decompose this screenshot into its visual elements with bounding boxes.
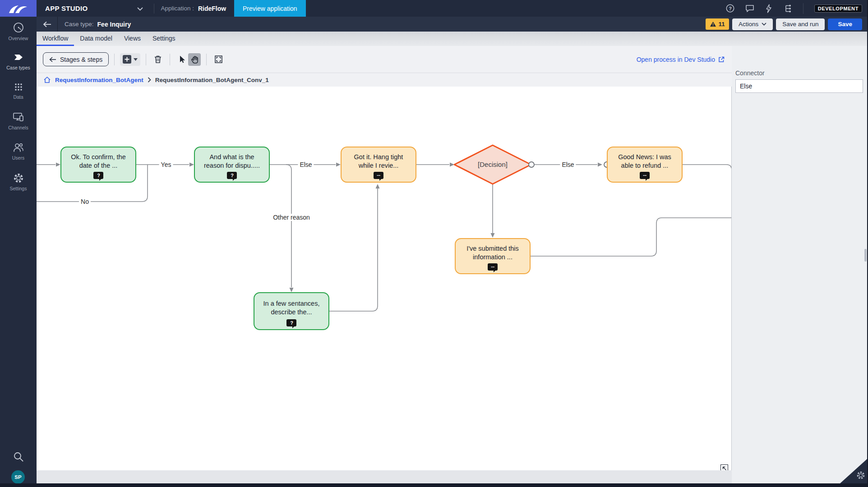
application-label: Application : xyxy=(161,5,194,12)
tab-workflow[interactable]: Workflow xyxy=(37,32,74,46)
question-badge-icon: ? xyxy=(227,172,237,179)
sidebar-item-settings[interactable]: Settings xyxy=(0,173,37,191)
hierarchy-icon[interactable] xyxy=(783,4,792,13)
sidebar-item-label: Overview xyxy=(9,36,28,41)
window-bottom-border xyxy=(0,483,868,487)
hand-icon xyxy=(190,55,199,64)
collapse-corner-button[interactable] xyxy=(720,464,728,470)
chevron-down-icon xyxy=(762,23,766,26)
decision-node-label[interactable]: [Decision] xyxy=(461,161,524,168)
sidebar-item-case-types[interactable]: Case types xyxy=(0,52,37,70)
edge-label-else[interactable]: Else xyxy=(298,161,314,168)
question-node-confirm-date[interactable]: Ok. To confirm, the date of the ... ? xyxy=(60,147,136,183)
warning-count: 11 xyxy=(719,21,725,28)
divider xyxy=(154,4,154,14)
plus-icon xyxy=(123,55,131,64)
sidebar-item-label: Data xyxy=(13,94,23,100)
divider xyxy=(206,54,207,65)
help-icon[interactable]: ? xyxy=(726,4,734,13)
sidebar-item-label: Channels xyxy=(8,125,28,130)
users-icon xyxy=(13,142,24,153)
message-badge-icon: ··· xyxy=(640,172,650,179)
cursor-icon xyxy=(178,55,186,64)
data-grid-icon xyxy=(14,82,23,92)
pan-tool-button[interactable] xyxy=(188,53,201,66)
breadcrumb: RequestInformation_BotAgent RequestInfor… xyxy=(37,73,732,87)
message-node-submitted[interactable]: I've submitted this information ... ··· xyxy=(455,238,531,274)
chat-icon[interactable] xyxy=(745,4,754,13)
edge-label-yes[interactable]: Yes xyxy=(159,161,173,168)
connector-endpoint[interactable] xyxy=(529,162,534,167)
tab-data-model[interactable]: Data model xyxy=(74,32,118,46)
home-icon[interactable] xyxy=(43,76,51,83)
message-node-hang-tight[interactable]: Got it. Hang tight while I revie... ··· xyxy=(341,147,416,183)
add-shape-button[interactable] xyxy=(120,53,140,66)
back-arrow-icon xyxy=(49,57,56,62)
case-header-bar: Case type: Fee Inquiry 11 Actions Save a… xyxy=(37,17,868,32)
workflow-toolbar: Stages & steps xyxy=(37,46,732,73)
actions-button[interactable]: Actions xyxy=(732,18,773,30)
sidebar-item-overview[interactable]: Overview xyxy=(0,22,37,41)
canvas-bottom-strip xyxy=(37,470,732,483)
sidebar-item-label: Case types xyxy=(6,65,30,70)
edge-label-no[interactable]: No xyxy=(79,198,91,205)
divider xyxy=(803,3,803,14)
top-bar: APP STUDIO Application : RideFlow Previe… xyxy=(37,0,868,17)
external-link-icon xyxy=(718,56,725,63)
workflow-wires xyxy=(37,87,732,470)
fit-view-icon xyxy=(214,55,223,64)
stages-steps-button[interactable]: Stages & steps xyxy=(43,52,109,66)
preview-application-button[interactable]: Preview application xyxy=(234,0,306,17)
case-type-name: Fee Inquiry xyxy=(97,21,131,28)
breadcrumb-parent[interactable]: RequestInformation_BotAgent xyxy=(55,77,143,83)
back-button[interactable] xyxy=(43,21,51,28)
message-node-good-news[interactable]: Good News: I was able to refund ... ··· xyxy=(607,147,683,183)
case-type-label: Case type: xyxy=(65,21,94,28)
svg-text:?: ? xyxy=(729,6,732,11)
select-tool-button[interactable] xyxy=(175,53,188,66)
workflow-canvas[interactable]: Ok. To confirm, the date of the ... ? An… xyxy=(37,87,732,470)
message-badge-icon: ··· xyxy=(374,172,383,179)
sidebar-item-data[interactable]: Data xyxy=(0,82,37,100)
fit-view-button[interactable] xyxy=(212,53,225,66)
trash-icon xyxy=(154,55,162,64)
sidebar-item-label: Settings xyxy=(10,186,27,191)
gear-icon xyxy=(856,471,865,480)
avatar[interactable]: SP xyxy=(11,470,25,484)
sidebar-item-channels[interactable]: Channels xyxy=(0,112,37,130)
warnings-badge[interactable]: 11 xyxy=(706,18,729,30)
chevron-right-icon xyxy=(148,77,151,83)
arrow-up-left-icon xyxy=(722,466,727,471)
vertical-scrollbar[interactable] xyxy=(864,249,867,262)
gauge-icon xyxy=(13,22,24,33)
channels-icon xyxy=(13,112,24,123)
question-badge-icon: ? xyxy=(93,172,103,179)
question-node-describe[interactable]: In a few sentances, describe the... ? xyxy=(254,292,329,330)
save-and-run-button[interactable]: Save and run xyxy=(776,18,825,30)
pega-logo[interactable] xyxy=(0,0,37,17)
edge-label-other-reason[interactable]: Other reason xyxy=(271,214,312,221)
save-button[interactable]: Save xyxy=(828,18,862,30)
left-sidebar: Overview Case types Data xyxy=(0,0,37,483)
sidebar-item-users[interactable]: Users xyxy=(0,142,37,161)
connector-properties-panel: Connector xyxy=(732,46,868,483)
tab-settings[interactable]: Settings xyxy=(147,32,181,46)
environment-badge: DEVELOPMENT xyxy=(814,5,862,13)
app-switcher-chevron-icon[interactable] xyxy=(137,5,143,13)
warning-icon xyxy=(710,21,716,27)
tab-views[interactable]: Views xyxy=(118,32,147,46)
connector-name-input[interactable] xyxy=(735,79,863,93)
divider xyxy=(114,54,115,65)
edge-label-else-selected[interactable]: Else xyxy=(560,161,576,168)
case-types-icon xyxy=(13,52,24,63)
lightning-icon[interactable] xyxy=(765,4,772,13)
app-studio-window: Overview Case types Data xyxy=(0,0,868,487)
panel-title: Connector xyxy=(735,69,765,77)
divider xyxy=(170,54,170,65)
caret-down-icon xyxy=(134,58,138,61)
question-node-dispute-reason[interactable]: And what is the reason for dispu..... ? xyxy=(194,147,270,183)
breadcrumb-current: RequestInformation_BotAgent_Conv_1 xyxy=(155,77,269,83)
delete-button[interactable] xyxy=(152,53,164,66)
open-dev-studio-link[interactable]: Open process in Dev Studio xyxy=(637,46,725,73)
search-icon[interactable] xyxy=(13,451,24,464)
